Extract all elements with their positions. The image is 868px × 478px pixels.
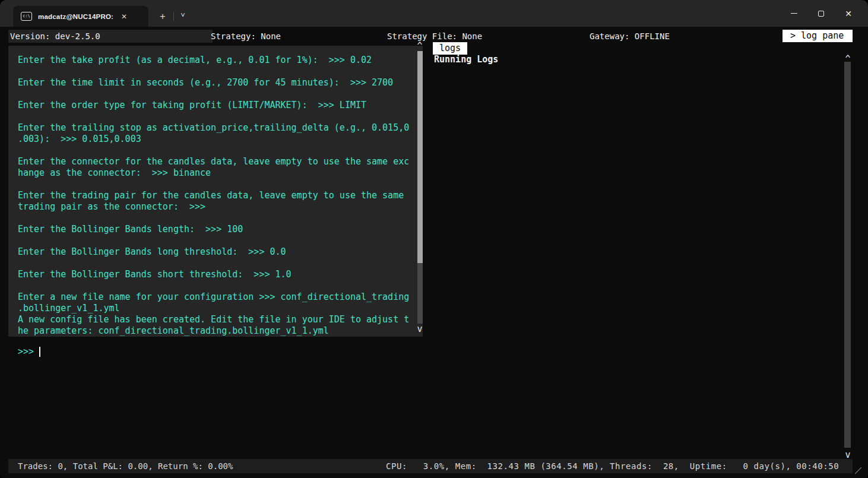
maximize-icon [818,11,824,17]
new-tab-button[interactable]: + [156,10,170,23]
version-label: Version: dev-2.5.0 [10,31,100,42]
title-bar: c:\ madcatz@NUC14PRO: ~/deve ✕ + ˅ ✕ [0,0,868,27]
strategy-label: Strategy: None [211,31,281,42]
resize-grip[interactable] [855,467,861,474]
strategy-file-label: Strategy File: None [387,31,482,42]
command-input[interactable]: >>> [18,346,40,358]
terminal-window: c:\ madcatz@NUC14PRO: ~/deve ✕ + ˅ ✕ Ver… [0,0,868,478]
close-button[interactable]: ✕ [835,0,862,27]
console-scroll-up-icon[interactable]: ^ [416,40,423,51]
gateway-label: Gateway: OFFLINE [590,31,670,42]
input-prompt: >>> [18,346,34,357]
tab-title: madcatz@NUC14PRO: ~/deve [38,13,114,20]
trades-status: Trades: 0, Total P&L: 0.00, Return %: 0.… [18,459,233,473]
system-status: CPU: 3.0%, Mem: 132.43 MB (364.54 MB), T… [386,459,839,473]
log-scrollbar-track[interactable] [844,62,851,448]
log-pane-toggle-button[interactable]: > log pane [783,30,853,42]
minimize-button[interactable] [780,0,807,27]
running-logs-title: Running Logs [434,54,498,65]
minimize-icon [791,13,797,14]
terminal-icon: c:\ [21,12,32,21]
text-cursor [39,347,40,357]
chevron-down-icon[interactable]: ˅ [176,10,189,23]
caption-buttons: ✕ [780,0,862,27]
console-scroll-down-icon[interactable]: v [416,324,423,334]
console-output-text: Enter the take profit (as a decimal, e.g… [18,55,409,337]
console-output-pane: Enter the take profit (as a decimal, e.g… [8,46,423,337]
tab-close-icon[interactable]: ✕ [119,11,129,22]
status-bar: Trades: 0, Total P&L: 0.00, Return %: 0.… [8,459,853,473]
logs-tab[interactable]: logs [433,42,467,55]
terminal-tab[interactable]: c:\ madcatz@NUC14PRO: ~/deve ✕ [13,6,148,27]
console-scrollbar-track[interactable] [417,263,423,324]
close-icon: ✕ [845,9,852,18]
console-scrollbar-thumb[interactable] [417,51,423,263]
tab-divider [173,12,174,21]
maximize-button[interactable] [807,0,835,27]
